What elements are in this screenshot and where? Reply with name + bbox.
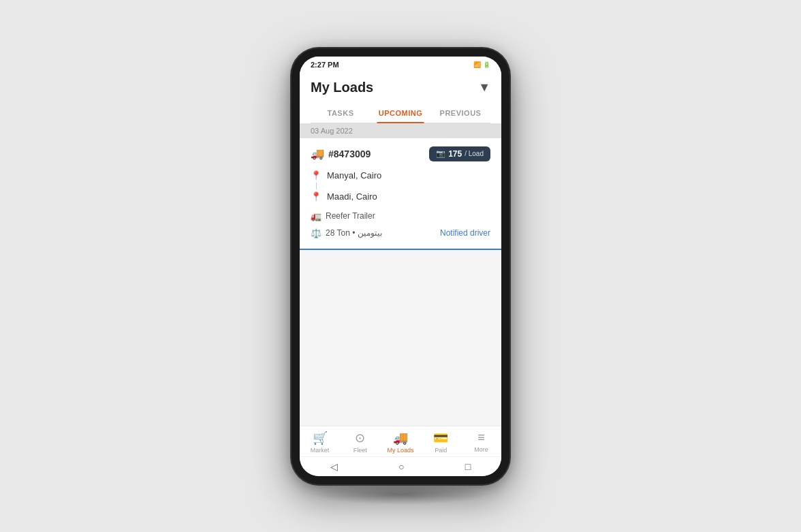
weight-text: 28 Ton • بيتومين xyxy=(326,228,382,238)
tab-previous[interactable]: PREVIOUS xyxy=(430,104,490,123)
phone-screen: 2:27 PM 📶 🔋 My Loads ▼ TASKS xyxy=(300,57,501,476)
wifi-icon: 📶 xyxy=(473,61,481,68)
paid-label: Paid xyxy=(435,447,447,454)
destination-icon: 📍 xyxy=(311,191,321,202)
status-bar: 2:27 PM 📶 🔋 xyxy=(300,57,501,72)
app-header: My Loads ▼ TASKS UPCOMING PREVIOUS xyxy=(300,72,501,123)
header-row: My Loads ▼ xyxy=(311,80,490,95)
nav-item-fleet[interactable]: ⊙ Fleet xyxy=(340,431,380,454)
market-icon: 🛒 xyxy=(313,431,328,445)
tabs-container: TASKS UPCOMING PREVIOUS xyxy=(311,104,490,123)
nav-item-market[interactable]: 🛒 Market xyxy=(300,431,340,454)
tab-tasks[interactable]: TASKS xyxy=(311,104,371,123)
tab-upcoming[interactable]: UPCOMING xyxy=(371,104,430,123)
blue-separator xyxy=(300,249,501,250)
more-label: More xyxy=(474,446,488,453)
trailer-row: 🚛 Reefer Trailer xyxy=(311,209,490,223)
nav-item-paid[interactable]: 💳 Paid xyxy=(421,431,461,454)
date-separator: 03 Aug 2022 xyxy=(300,123,501,138)
status-time: 2:27 PM xyxy=(311,61,339,69)
load-card[interactable]: 🚚 #8473009 📷 175 / Load 📍 M xyxy=(300,138,501,249)
phone-body: 2:27 PM 📶 🔋 My Loads ▼ TASKS xyxy=(292,48,509,484)
back-button[interactable]: ◁ xyxy=(330,461,338,472)
load-id-row: 🚚 #8473009 xyxy=(311,147,371,160)
destination-row: 📍 Maadi, Cairo xyxy=(311,189,490,204)
myloads-icon: 🚚 xyxy=(393,431,408,445)
content-area: 03 Aug 2022 🚚 #8473009 📷 175 / Load xyxy=(300,123,501,426)
market-label: Market xyxy=(311,447,330,454)
price-amount: 175 xyxy=(448,149,462,159)
camera-icon: 📷 xyxy=(436,149,445,158)
fleet-icon: ⊙ xyxy=(355,431,365,445)
origin-text: Manyal, Cairo xyxy=(327,170,381,181)
notified-status: Notified driver xyxy=(440,228,490,238)
route-connector xyxy=(316,183,317,189)
price-unit: / Load xyxy=(465,150,484,157)
nav-item-more[interactable]: ≡ More xyxy=(461,431,501,453)
status-icons: 📶 🔋 xyxy=(473,61,490,68)
bottom-nav: 🛒 Market ⊙ Fleet 🚚 My Loads 💳 Paid ≡ xyxy=(300,426,501,456)
price-badge: 📷 175 / Load xyxy=(429,146,490,161)
paid-icon: 💳 xyxy=(433,431,448,445)
myloads-label: My Loads xyxy=(387,447,413,454)
fleet-label: Fleet xyxy=(354,447,367,454)
android-nav: ◁ ○ □ xyxy=(300,456,501,476)
battery-icon: 🔋 xyxy=(483,61,490,68)
trailer-icon: 🚛 xyxy=(311,211,321,221)
load-footer: ⚖️ 28 Ton • بيتومين Notified driver xyxy=(311,226,490,240)
more-icon: ≡ xyxy=(477,431,485,445)
nav-item-myloads[interactable]: 🚚 My Loads xyxy=(380,431,420,454)
phone-device: 2:27 PM 📶 🔋 My Loads ▼ TASKS xyxy=(292,48,509,484)
destination-text: Maadi, Cairo xyxy=(327,191,377,202)
truck-icon: 🚚 xyxy=(311,147,324,160)
origin-icon: 📍 xyxy=(311,170,321,181)
trailer-type: Reefer Trailer xyxy=(326,211,375,221)
page-title: My Loads xyxy=(311,80,373,95)
load-id: #8473009 xyxy=(328,148,371,159)
route-container: 📍 Manyal, Cairo 📍 Maadi, Cairo xyxy=(311,168,490,204)
weight-row: ⚖️ 28 Ton • بيتومين xyxy=(311,226,382,240)
filter-icon[interactable]: ▼ xyxy=(478,80,490,95)
phone-shadow xyxy=(313,484,488,505)
home-button[interactable]: ○ xyxy=(398,461,404,472)
recent-button[interactable]: □ xyxy=(465,461,471,472)
load-header: 🚚 #8473009 📷 175 / Load xyxy=(311,146,490,161)
origin-row: 📍 Manyal, Cairo xyxy=(311,168,490,183)
weight-icon: ⚖️ xyxy=(311,228,321,238)
